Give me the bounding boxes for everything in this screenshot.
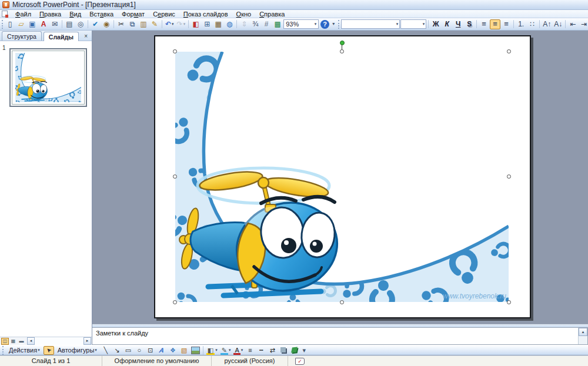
wordart-button[interactable]: А	[156, 346, 167, 355]
line-color-button[interactable]: ✎▾	[219, 346, 232, 355]
menu-insert[interactable]: Вставка	[85, 11, 118, 18]
resize-handle-bottom-center[interactable]	[340, 300, 344, 304]
tab-outline[interactable]: Структура	[2, 31, 42, 41]
font-name-combobox[interactable]: ▾	[341, 19, 400, 29]
menu-file[interactable]: Файл	[11, 11, 35, 18]
spelling-status-icon[interactable]: ✓	[295, 358, 305, 365]
align-right-button[interactable]: ≡	[501, 19, 512, 29]
print-preview-button[interactable]: ◎	[75, 19, 86, 29]
menu-window[interactable]: Окно	[232, 11, 256, 18]
horizontal-scrollbar[interactable]: ◂ ▸	[27, 337, 91, 345]
language-status[interactable]: русский (Россия)	[212, 356, 288, 366]
bold-button[interactable]: Ж	[430, 19, 441, 29]
show-formatting-button[interactable]: ¾	[250, 19, 260, 29]
color-grayscale-button[interactable]: ▩	[272, 19, 283, 29]
zoom-combobox[interactable]: 93%▾	[283, 19, 319, 29]
normal-view-button[interactable]: ◫	[1, 338, 9, 345]
insert-picture-button[interactable]	[190, 346, 201, 355]
insert-chart-button[interactable]: ◧	[191, 19, 201, 29]
bullets-button[interactable]: ∷	[527, 19, 537, 29]
slide-thumbnail[interactable]	[9, 48, 87, 107]
dash-style-button[interactable]: ┅	[256, 346, 266, 355]
align-center-button[interactable]: ≡	[490, 19, 500, 29]
close-panel-icon[interactable]: ×	[82, 33, 89, 39]
undo-button[interactable]: ↶▾	[164, 19, 175, 29]
menu-format[interactable]: Формат	[118, 11, 149, 18]
shadow-button[interactable]: S	[464, 19, 475, 29]
open-button[interactable]: ▱	[16, 19, 26, 29]
decrease-font-size-button[interactable]: A↓	[553, 19, 563, 29]
oval-button[interactable]: ○	[134, 346, 145, 355]
align-left-button[interactable]: ≡	[479, 19, 489, 29]
slideshow-button[interactable]: ▬	[18, 338, 25, 345]
selected-picture[interactable]	[175, 52, 509, 302]
insert-hyperlink-button[interactable]: ◍	[224, 19, 235, 29]
select-objects-button[interactable]: ➤	[44, 346, 54, 355]
new-document-button[interactable]: ▯	[5, 19, 15, 29]
increase-font-size-button[interactable]: A↑	[542, 19, 552, 29]
font-size-combobox[interactable]: ▾	[400, 19, 426, 29]
expand-all-button[interactable]: ⇕	[239, 19, 249, 29]
insert-table-button[interactable]: ⊞	[202, 19, 212, 29]
notes-input[interactable]: Заметки к слайду	[92, 328, 578, 344]
tables-and-borders-button[interactable]: ▦	[213, 19, 223, 29]
autoshapes-menu-button[interactable]: Автофигуры▾	[55, 346, 100, 355]
rectangle-button[interactable]: ▭	[123, 346, 133, 355]
menu-slideshow[interactable]: Показ слайдов	[179, 11, 232, 18]
menu-edit[interactable]: Правка	[35, 11, 65, 18]
resize-handle-bottom-left[interactable]	[173, 300, 177, 304]
paste-button[interactable]: ▥	[138, 19, 149, 29]
toolbar-grip[interactable]	[338, 20, 339, 29]
toolbar-options-button[interactable]: ▾	[300, 346, 308, 355]
3d-style-button[interactable]	[289, 346, 300, 355]
design-template-status[interactable]: Оформление по умолчанию	[102, 356, 212, 366]
increase-indent-button[interactable]: ⇥	[579, 19, 588, 29]
arrow-button[interactable]: ↘	[112, 346, 122, 355]
scrollbar-track[interactable]	[35, 337, 83, 345]
copy-button[interactable]: ⧉	[127, 19, 138, 29]
font-color-button[interactable]: А▾	[232, 346, 244, 355]
resize-handle-middle-left[interactable]	[173, 174, 177, 179]
toolbar-grip[interactable]	[2, 346, 4, 355]
cut-button[interactable]: ✂	[116, 19, 126, 29]
toolbar-options-button[interactable]: ▾	[330, 19, 337, 29]
menu-help[interactable]: Справка	[255, 11, 289, 18]
scroll-up-icon[interactable]: ▴	[579, 328, 587, 336]
clip-art-button[interactable]: ▧	[179, 346, 189, 355]
format-painter-button[interactable]: ✎	[149, 19, 160, 29]
menu-tools[interactable]: Сервис	[149, 11, 179, 18]
decrease-indent-button[interactable]: ⇤	[567, 19, 578, 29]
help-button[interactable]: ?	[320, 20, 329, 29]
slide-canvas[interactable]	[154, 35, 531, 318]
save-as-pdf-button[interactable]: A	[38, 19, 49, 29]
research-button[interactable]: ◉	[101, 19, 112, 29]
resize-handle-middle-right[interactable]	[507, 174, 511, 179]
numbering-button[interactable]: 1.	[516, 19, 526, 29]
underline-button[interactable]: Ч	[453, 19, 463, 29]
redo-button[interactable]: ↷▾	[176, 19, 187, 29]
resize-handle-bottom-right[interactable]	[507, 300, 511, 304]
helicopter-clipart[interactable]	[175, 52, 509, 302]
tab-slides[interactable]: Слайды	[44, 32, 79, 41]
resize-handle-top-right[interactable]	[507, 49, 511, 53]
shadow-style-button[interactable]	[278, 346, 289, 355]
notes-scrollbar[interactable]: ▴	[578, 328, 587, 344]
draw-menu-button[interactable]: Действия▾	[6, 346, 43, 355]
insert-diagram-button[interactable]: ❖	[168, 346, 178, 355]
line-button[interactable]: ╲	[101, 346, 111, 355]
toolbar-grip[interactable]	[2, 20, 3, 29]
scroll-right-icon[interactable]: ▸	[83, 337, 91, 345]
resize-handle-top-left[interactable]	[173, 49, 177, 53]
show-grid-button[interactable]: #	[261, 19, 272, 29]
email-button[interactable]: ✉	[49, 19, 60, 29]
rotation-handle[interactable]	[340, 41, 345, 45]
menu-view[interactable]: Вид	[65, 11, 85, 18]
text-box-button[interactable]: ⊡	[145, 346, 156, 355]
line-style-button[interactable]: ≡	[245, 346, 255, 355]
arrow-style-button[interactable]: ⇄	[267, 346, 278, 355]
resize-handle-top-center[interactable]	[340, 49, 344, 53]
save-button[interactable]: ▣	[27, 19, 38, 29]
fill-color-button[interactable]: ◧▾	[205, 346, 219, 355]
italic-button[interactable]: К	[442, 19, 452, 29]
print-button[interactable]: ▤	[64, 19, 75, 29]
